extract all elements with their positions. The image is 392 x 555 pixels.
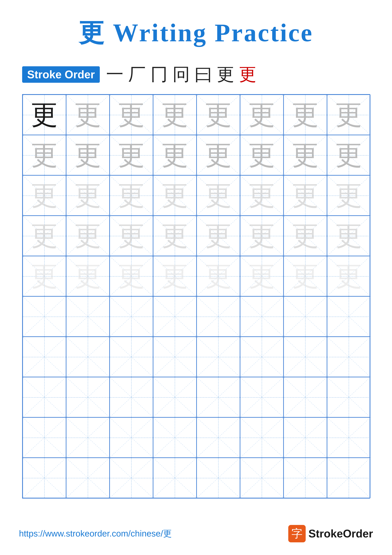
grid-cell[interactable]: 更 [153, 175, 197, 216]
svg-line-139 [240, 418, 283, 457]
grid-cell[interactable] [110, 417, 153, 458]
grid-cell[interactable]: 更 [153, 216, 197, 256]
grid-cell[interactable]: 更 [197, 95, 240, 135]
grid-cell[interactable]: 更 [66, 216, 110, 256]
grid-cell[interactable] [284, 458, 327, 498]
grid-cell[interactable]: 更 [327, 175, 371, 216]
grid-cell[interactable] [240, 296, 284, 337]
grid-cell[interactable]: 更 [197, 216, 240, 256]
grid-cell[interactable] [23, 337, 66, 377]
svg-line-156 [284, 458, 327, 498]
grid-cell[interactable] [110, 296, 153, 337]
svg-line-88 [197, 297, 240, 336]
grid-cell[interactable]: 更 [66, 256, 110, 296]
svg-line-97 [23, 337, 66, 377]
grid-cell[interactable] [110, 377, 153, 417]
grid-cell[interactable] [110, 458, 153, 498]
grid-cell[interactable] [284, 296, 327, 337]
grid-cell[interactable] [240, 377, 284, 417]
grid-cell[interactable]: 更 [153, 135, 197, 175]
char-display: 更 [335, 263, 362, 290]
svg-line-128 [23, 418, 66, 457]
svg-line-84 [110, 297, 153, 336]
grid-cell[interactable] [66, 458, 110, 498]
grid-cell[interactable]: 更 [284, 175, 327, 216]
grid-cell[interactable] [153, 458, 197, 498]
logo-char: 字 [292, 526, 302, 541]
char-display: 更 [205, 182, 232, 209]
grid-cell[interactable] [240, 458, 284, 498]
grid-cell[interactable]: 更 [240, 175, 284, 216]
grid-cell[interactable] [284, 337, 327, 377]
grid-cell[interactable]: 更 [153, 256, 197, 296]
grid-cell[interactable]: 更 [240, 256, 284, 296]
grid-cell[interactable]: 更 [66, 135, 110, 175]
grid-cell[interactable]: 更 [23, 256, 66, 296]
grid-cell[interactable] [110, 337, 153, 377]
grid-cell[interactable]: 更 [240, 216, 284, 256]
grid-cell[interactable] [66, 417, 110, 458]
grid-cell[interactable] [240, 417, 284, 458]
grid-cell[interactable]: 更 [197, 175, 240, 216]
grid-cell[interactable] [197, 417, 240, 458]
grid-cell[interactable] [66, 337, 110, 377]
grid-cell[interactable]: 更 [284, 135, 327, 175]
grid-cell[interactable]: 更 [110, 216, 153, 256]
grid-cell[interactable]: 更 [110, 175, 153, 216]
grid-cell[interactable] [153, 296, 197, 337]
grid-cell[interactable]: 更 [110, 135, 153, 175]
grid-cell[interactable]: 更 [240, 135, 284, 175]
grid-cell[interactable] [284, 417, 327, 458]
grid-cell[interactable] [327, 377, 371, 417]
grid-cell[interactable] [197, 296, 240, 337]
grid-cell[interactable] [197, 337, 240, 377]
grid-cell[interactable] [327, 458, 371, 498]
grid-cell[interactable] [327, 337, 371, 377]
svg-line-110 [327, 337, 370, 377]
svg-line-125 [284, 377, 327, 417]
grid-cell[interactable] [153, 417, 197, 458]
stroke-char-4: 冋 [172, 63, 190, 86]
grid-cell[interactable]: 更 [327, 216, 371, 256]
grid-cell[interactable]: 更 [110, 256, 153, 296]
grid-cell[interactable]: 更 [23, 135, 66, 175]
grid-cell[interactable]: 更 [66, 95, 110, 135]
grid-cell[interactable] [23, 417, 66, 458]
grid-cell[interactable]: 更 [197, 256, 240, 296]
grid-cell[interactable]: 更 [66, 175, 110, 216]
grid-cell[interactable]: 更 [23, 216, 66, 256]
grid-cell[interactable] [327, 417, 371, 458]
grid-cell[interactable]: 更 [240, 95, 284, 135]
grid-cell[interactable]: 更 [153, 95, 197, 135]
grid-cell[interactable]: 更 [327, 135, 371, 175]
grid-cell[interactable]: 更 [197, 135, 240, 175]
grid-cell[interactable]: 更 [327, 95, 371, 135]
grid-cell[interactable]: 更 [23, 95, 66, 135]
grid-cell[interactable] [23, 458, 66, 498]
grid-cell[interactable]: 更 [110, 95, 153, 135]
grid-cell[interactable]: 更 [327, 256, 371, 296]
svg-line-121 [197, 377, 240, 417]
grid-cell[interactable] [153, 337, 197, 377]
grid-cell[interactable]: 更 [284, 256, 327, 296]
svg-line-113 [23, 377, 66, 417]
grid-cell[interactable]: 更 [284, 216, 327, 256]
grid-cell[interactable] [197, 458, 240, 498]
grid-cell[interactable] [23, 296, 66, 337]
stroke-chars: 一 厂 冂 冋 曰 更 更 [106, 63, 256, 86]
grid-cell[interactable]: 更 [23, 175, 66, 216]
footer-url[interactable]: https://www.strokeorder.com/chinese/更 [19, 528, 172, 540]
svg-line-158 [327, 458, 370, 498]
grid-cell[interactable] [327, 296, 371, 337]
char-display: 更 [205, 222, 232, 249]
svg-line-111 [327, 337, 370, 377]
grid-cell[interactable]: 更 [284, 95, 327, 135]
grid-cell[interactable] [153, 377, 197, 417]
grid-cell[interactable] [66, 377, 110, 417]
svg-line-98 [66, 337, 109, 377]
grid-cell[interactable] [23, 377, 66, 417]
grid-cell[interactable] [66, 296, 110, 337]
grid-cell[interactable] [240, 337, 284, 377]
grid-cell[interactable] [197, 377, 240, 417]
grid-cell[interactable] [284, 377, 327, 417]
